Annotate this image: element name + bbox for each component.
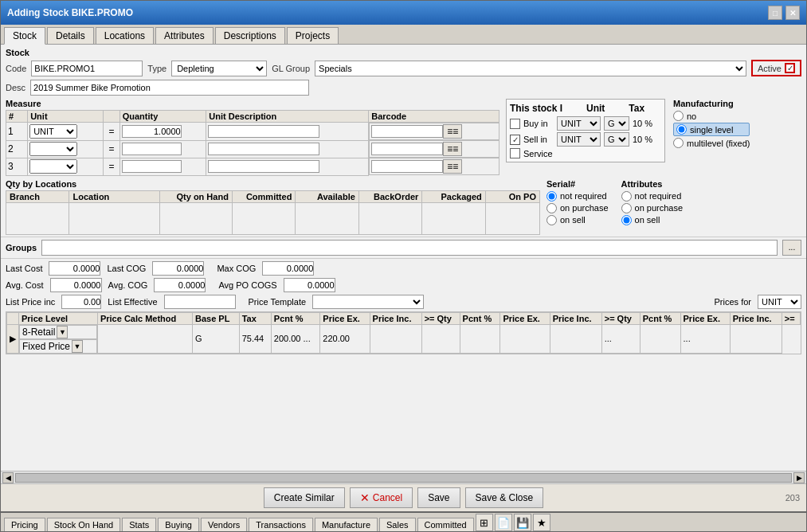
code-input[interactable] <box>31 61 143 76</box>
pcnt2-cell <box>421 324 460 354</box>
groups-more-button[interactable]: ... <box>782 240 801 256</box>
th-qty3: >= <box>782 312 800 324</box>
bottom-tab-transactions[interactable]: Transactions <box>249 518 313 531</box>
bottom-icon-disk[interactable]: 💾 <box>514 514 531 531</box>
create-similar-button[interactable]: Create Similar <box>264 487 345 508</box>
scroll-left-btn[interactable]: ◀ <box>2 472 14 483</box>
bottom-tab-manufacture[interactable]: Manufacture <box>315 518 378 531</box>
tab-details[interactable]: Details <box>47 27 94 44</box>
row1-barcode-btn[interactable]: ≡≡ <box>443 124 462 139</box>
price-level-value: 8-Retail <box>22 327 55 338</box>
save-close-button[interactable]: Save & Close <box>465 487 544 508</box>
last-cog-input[interactable] <box>152 261 204 276</box>
prices-for-select[interactable]: UNIT <box>758 295 801 309</box>
col-committed: Committed <box>232 190 295 202</box>
active-label: Active <box>758 64 782 73</box>
avg-cog-input[interactable] <box>154 278 206 292</box>
row3-qty-input[interactable] <box>122 160 182 173</box>
tab-stock[interactable]: Stock <box>4 27 45 45</box>
serial-not-required-radio[interactable] <box>546 191 557 201</box>
type-select[interactable]: Depleting <box>171 61 267 76</box>
th-price-inc2: Price Inc. <box>550 312 601 324</box>
tab-locations[interactable]: Locations <box>96 27 154 44</box>
buy-unit-select[interactable]: UNIT <box>557 116 601 131</box>
tab-descriptions[interactable]: Descriptions <box>215 27 285 44</box>
list-price-input[interactable] <box>61 295 101 309</box>
sell-pct: 10 % <box>633 135 652 144</box>
sell-in-checkbox[interactable] <box>510 135 520 145</box>
mfg-multi-radio[interactable] <box>673 138 684 148</box>
row2-unit-select[interactable] <box>29 142 77 156</box>
buy-tax-select[interactable]: G <box>604 116 629 131</box>
avg-po-input[interactable] <box>284 278 335 292</box>
base-pl-cell <box>97 324 192 354</box>
row1-barcode-input[interactable] <box>371 125 443 138</box>
bottom-tab-stats[interactable]: Stats <box>122 518 156 531</box>
list-effective-label: List Effective <box>108 297 157 307</box>
buy-in-checkbox[interactable] <box>510 119 520 129</box>
mfg-multi-row: multilevel (fixed) <box>673 138 750 148</box>
avg-cost-input[interactable] <box>50 278 102 292</box>
gl-group-select[interactable]: Specials <box>315 61 746 76</box>
attr-not-required-radio[interactable] <box>621 191 632 201</box>
row3-barcode-input[interactable] <box>371 160 443 173</box>
scroll-right-btn[interactable]: ▶ <box>793 472 805 483</box>
row2-barcode-btn[interactable]: ≡≡ <box>443 142 462 156</box>
row3-barcode-cell: ≡≡ <box>369 158 499 175</box>
attr-on-purchase: on purchase <box>621 203 684 213</box>
method-dd-btn[interactable]: ▼ <box>72 340 83 353</box>
bottom-tab-vendors[interactable]: Vendors <box>201 518 247 531</box>
sell-unit-select[interactable]: UNIT <box>557 132 601 147</box>
row1-barcode-cell: ≡≡ <box>369 123 499 140</box>
save-button[interactable]: Save <box>417 487 460 508</box>
row3-unit-select[interactable] <box>29 159 77 174</box>
cancel-button[interactable]: ✕ Cancel <box>350 487 413 508</box>
row1-qty <box>119 123 206 141</box>
desc-input[interactable] <box>30 80 309 96</box>
attr-on-purchase-radio[interactable] <box>621 203 632 213</box>
serial-on-purchase-radio[interactable] <box>546 203 557 213</box>
close-button[interactable]: ✕ <box>785 6 800 20</box>
measure-table: # Unit Quantity Unit Description Barcode… <box>6 110 499 176</box>
row1-qty-input[interactable] <box>122 125 182 138</box>
bottom-icon-doc[interactable]: 📄 <box>495 514 512 531</box>
list-effective-input[interactable] <box>164 295 236 309</box>
bottom-tab-buying[interactable]: Buying <box>158 518 199 531</box>
row1-num: 1 <box>6 123 28 141</box>
last-cost-input[interactable] <box>49 261 100 276</box>
sell-in-label: Sell in <box>523 135 554 144</box>
row1-unit-select[interactable]: UNIT <box>29 124 77 139</box>
sell-tax-select[interactable]: G <box>604 132 629 147</box>
attr-on-sell-radio[interactable] <box>621 215 632 225</box>
bottom-tab-sales[interactable]: Sales <box>379 518 416 531</box>
serial-op-label: on purchase <box>560 203 609 213</box>
row3-barcode-btn[interactable]: ≡≡ <box>443 159 462 174</box>
row2-desc-input[interactable] <box>208 143 319 155</box>
bottom-icon-grid[interactable]: ⊞ <box>476 514 493 531</box>
price-template-select[interactable] <box>312 295 424 309</box>
attr-title: Attributes <box>621 179 684 189</box>
row1-desc-input[interactable] <box>208 125 319 138</box>
price-level-dd-btn[interactable]: ▼ <box>57 326 68 338</box>
max-cog-input[interactable] <box>262 261 314 276</box>
scrollbar-h[interactable]: ◀ ▶ <box>1 471 806 483</box>
bottom-tab-stock-on-hand[interactable]: Stock On Hand <box>47 518 121 531</box>
serial-on-sell-radio[interactable] <box>546 215 557 225</box>
service-checkbox[interactable] <box>510 148 520 158</box>
tab-projects[interactable]: Projects <box>287 27 339 44</box>
bottom-icon-star[interactable]: ★ <box>533 514 550 531</box>
bottom-tab-committed[interactable]: Committed <box>417 518 474 531</box>
mfg-no-radio[interactable] <box>673 111 684 121</box>
active-checkbox[interactable] <box>785 63 795 73</box>
main-tabs: Stock Details Locations Attributes Descr… <box>1 25 806 45</box>
minimize-button[interactable]: □ <box>768 6 782 20</box>
mfg-single-radio[interactable] <box>676 124 687 135</box>
scroll-thumb-h[interactable] <box>15 473 792 483</box>
row2-qty-input[interactable] <box>122 143 182 155</box>
bottom-tab-pricing[interactable]: Pricing <box>4 518 45 531</box>
row2-barcode-input[interactable] <box>371 143 443 155</box>
groups-input[interactable] <box>41 240 778 256</box>
row3-desc-input[interactable] <box>208 160 319 173</box>
method-cell: Fixed Price ▼ <box>19 339 97 354</box>
tab-attributes[interactable]: Attributes <box>155 27 214 44</box>
